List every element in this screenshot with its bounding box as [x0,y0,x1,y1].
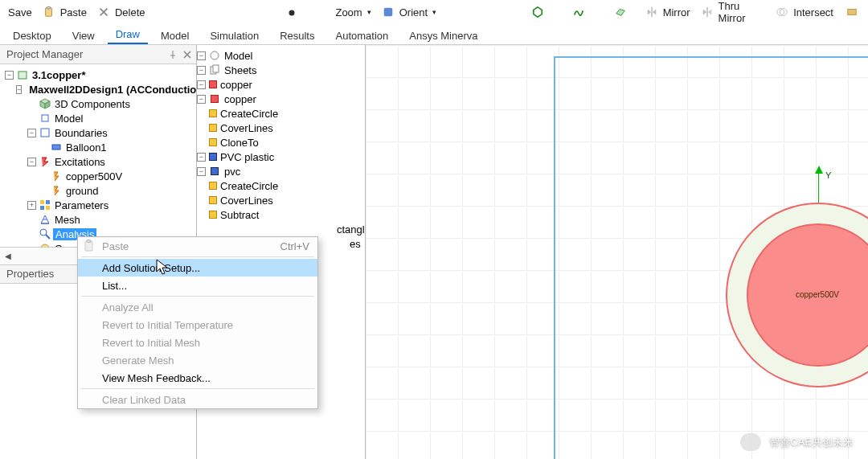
ctx-view-mesh-feedback[interactable]: View Mesh Feedback... [78,369,317,387]
svg-marker-6 [653,10,656,15]
red-material-icon [209,80,217,88]
thru-mirror-icon [702,6,713,18]
ctx-paste: Paste Ctrl+V [78,237,317,255]
mtree-pvc-grp[interactable]: −PVC plastic [197,150,365,164]
tree-design[interactable]: −Maxwell2DDesign1 (ACConduction) [0,82,196,96]
panel-icon-button[interactable] [841,5,865,19]
svg-rect-21 [46,200,50,204]
tree-ground[interactable]: ground [0,183,196,198]
delete-icon [98,6,109,18]
svg-rect-34 [87,240,91,243]
close-icon[interactable] [182,49,193,60]
mtree-pvc[interactable]: −pvc [197,164,365,178]
paste-button[interactable]: Paste [39,5,92,20]
ctx-list[interactable]: List... [78,277,317,294]
svg-rect-17 [42,115,48,121]
svg-rect-11 [848,10,857,15]
tree-mesh[interactable]: Mesh [0,212,196,227]
tree-model[interactable]: Model [0,111,196,125]
mtree-createcircle2[interactable]: CreateCircle [197,178,365,193]
pin-icon[interactable] [167,49,178,60]
design-label: Maxwell2DDesign1 (ACConduction) [27,84,196,96]
save-label: Save [8,6,32,18]
mtree-partial1[interactable]: Subtract [197,207,365,222]
tree-3dcomp[interactable]: 3D Components [0,96,196,111]
pm-title-label: Project Manager [6,48,83,60]
tree-root[interactable]: −3.1copper* [0,68,196,82]
mirror-button[interactable]: Mirror [641,5,695,20]
tab-view[interactable]: View [64,27,103,44]
mtree-coverlines[interactable]: CoverLines [197,121,365,135]
orient-icon [383,6,394,18]
svg-rect-18 [41,129,49,137]
svg-marker-7 [702,10,706,15]
svg-marker-4 [533,7,542,17]
orient-button[interactable]: Orient▾ [378,5,441,20]
tab-simulation[interactable]: Simulation [202,27,267,44]
delete-label: Delete [115,6,145,18]
mtree-cloneto[interactable]: CloneTo [197,135,365,150]
canvas[interactable]: Y copper500V [366,45,868,459]
paste-icon [83,240,96,252]
ctx-generate-mesh: Generate Mesh [78,351,317,369]
mtree-model[interactable]: −Model [197,48,365,63]
tree-cu500v[interactable]: copper500V [0,169,196,183]
tree-balloon1[interactable]: Balloon1 [0,140,196,154]
svg-marker-5 [647,10,650,15]
svg-rect-19 [52,145,60,150]
blue-material-icon [209,153,217,161]
svg-marker-8 [707,10,710,15]
panel-icon [846,6,858,18]
thru-mirror-label: Thru Mirror [719,0,766,24]
orient-label: Orient [399,6,428,18]
path-button[interactable] [568,5,592,19]
zoom-button[interactable]: Zoom▾ [330,5,375,20]
thru-mirror-button[interactable]: Thru Mirror [697,0,771,26]
mtree-sheets[interactable]: −Sheets [197,63,365,77]
svg-rect-20 [40,200,44,204]
delete-button[interactable]: Delete [93,5,150,20]
center-label: copper500V [796,290,839,299]
tab-draw[interactable]: Draw [108,26,148,44]
hex-button[interactable] [527,5,551,19]
watermark: 智善CAE共创未来 [740,433,854,451]
intersect-icon [776,6,788,18]
bug-icon-button[interactable] [281,5,305,19]
project-tree[interactable]: −3.1copper* −Maxwell2DDesign1 (ACConduct… [0,64,196,247]
surface-icon [615,6,626,18]
ctx-revert-temp: Revert to Initial Temperature [78,316,317,334]
mtree-copper-grp[interactable]: −copper [197,77,365,92]
paste-label: Paste [60,6,87,18]
mesh-icon [39,214,51,225]
tab-model[interactable]: Model [153,27,197,44]
analysis-icon [39,228,51,240]
context-menu: Paste Ctrl+V Add Solution Setup... List.… [77,236,318,409]
surface-button[interactable] [610,5,633,19]
tree-boundaries[interactable]: −Boundaries [0,125,196,140]
tab-results[interactable]: Results [272,27,322,44]
save-button[interactable]: Save [3,5,37,20]
tab-minerva[interactable]: Ansys Minerva [401,27,485,44]
intersect-label: Intersect [793,6,833,18]
mtree-createcircle[interactable]: CreateCircle [197,106,365,121]
mtree-copper[interactable]: −copper [197,92,365,106]
ctx-clear-linked: Clear Linked Data [78,391,317,408]
boundaries-icon [39,127,51,138]
tree-excitations[interactable]: −Excitations [0,154,196,169]
intersect-button[interactable]: Intersect [772,5,838,20]
zoom-label: Zoom [335,6,362,18]
hexagon-icon [532,6,543,18]
mtree-cut1: ctangles [197,222,365,236]
cube-icon [39,98,51,109]
tab-desktop[interactable]: Desktop [5,27,59,44]
ctx-add-solution-setup[interactable]: Add Solution Setup... [78,259,317,277]
ctx-paste-short: Ctrl+V [280,240,309,252]
ctx-revert-mesh: Revert to Initial Mesh [78,334,317,351]
svg-rect-1 [47,6,50,9]
sheets-icon [209,64,220,76]
tab-automation[interactable]: Automation [327,27,396,44]
menu-tabs: Desktop View Draw Model Simulation Resul… [0,24,868,45]
tree-parameters[interactable]: +Parameters [0,198,196,212]
paste-icon [43,6,55,18]
mtree-coverlines2[interactable]: CoverLines [197,193,365,207]
